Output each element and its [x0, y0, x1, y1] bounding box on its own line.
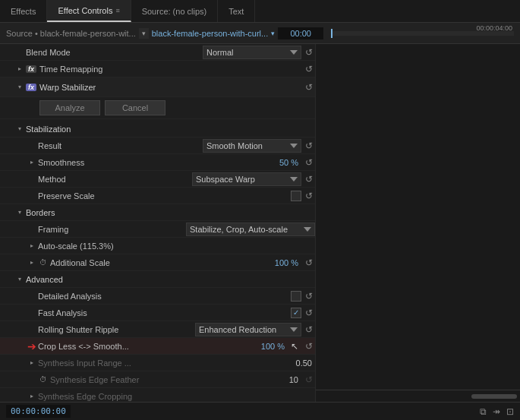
- source-dropdown-btn[interactable]: ▾: [139, 28, 149, 39]
- result-label: Result: [38, 141, 203, 150]
- source-label: Source • black-female-person-wit...: [6, 29, 136, 38]
- smoothness-reset-btn[interactable]: ↺: [303, 156, 315, 169]
- borders-label: Borders: [26, 208, 315, 217]
- result-reset-btn[interactable]: ↺: [303, 140, 315, 152]
- smoothness-value[interactable]: 50 %: [268, 158, 298, 167]
- bottom-bar: 00:00:00:00 ⧉ ↠ ⊡: [0, 402, 520, 420]
- properties-panel: Blend Mode Normal Multiply Screen ↺ fx T…: [0, 44, 315, 402]
- analyze-area: Analyze Cancel: [0, 97, 315, 119]
- stabilization-arrow[interactable]: [15, 125, 24, 134]
- blend-mode-reset-btn[interactable]: ↺: [303, 46, 315, 58]
- framing-row: Framing Stabilize, Crop, Auto-scale Stab…: [0, 221, 315, 238]
- method-select[interactable]: Subspace Warp Perspective Position, Scal…: [192, 172, 301, 186]
- timecode-start[interactable]: 00:00: [278, 27, 323, 39]
- additional-scale-value[interactable]: 100 %: [268, 258, 298, 267]
- synthesis-input-label: Synthesis Input Range ...: [38, 358, 282, 368]
- warp-stabilizer-reset-btn[interactable]: ↺: [303, 81, 315, 93]
- synthesis-input-row: Synthesis Input Range ... 0.50: [0, 355, 315, 371]
- tab-effect-controls[interactable]: Effect Controls ≡: [47, 0, 131, 22]
- advanced-arrow[interactable]: [15, 275, 24, 284]
- borders-arrow[interactable]: [15, 208, 24, 217]
- framing-select[interactable]: Stabilize, Crop, Auto-scale Stabilize On…: [186, 223, 315, 236]
- fast-analysis-reset-btn[interactable]: ↺: [303, 307, 315, 319]
- playhead[interactable]: [331, 29, 332, 38]
- smoothness-arrow[interactable]: [27, 158, 36, 167]
- rolling-shutter-select[interactable]: Enhanced Reduction Advanced Reduction No…: [195, 323, 301, 336]
- crop-smooth-label: Crop Less <-> Smooth...: [38, 342, 254, 351]
- blend-mode-label: Blend Mode: [26, 48, 203, 57]
- autoscale-label: Auto-scale (115.3%): [38, 242, 315, 251]
- additional-scale-reset-btn[interactable]: ↺: [303, 257, 315, 269]
- synthesis-cropping-row: Synthesis Edge Cropping: [0, 388, 315, 402]
- synthesis-cropping-label: Synthesis Edge Cropping: [38, 392, 315, 401]
- detailed-analysis-checkbox[interactable]: [291, 291, 301, 302]
- time-remapping-reset-btn[interactable]: ↺: [303, 63, 315, 75]
- preserve-scale-checkbox[interactable]: [291, 191, 301, 201]
- result-row: Result Smooth Motion No Motion ↺: [0, 137, 315, 154]
- rolling-shutter-row: Rolling Shutter Ripple Enhanced Reductio…: [0, 321, 315, 338]
- red-arrow-indicator: ➔: [27, 340, 36, 352]
- synthesis-feather-reset-btn[interactable]: ↺: [303, 374, 315, 386]
- synthesis-cropping-arrow[interactable]: [27, 392, 36, 401]
- time-remapping-row: fx Time Remapping ↺: [0, 61, 315, 77]
- method-row: Method Subspace Warp Perspective Positio…: [0, 171, 315, 188]
- settings-icon[interactable]: ↠: [493, 406, 500, 417]
- crop-smooth-value[interactable]: 100 %: [254, 342, 285, 351]
- timecode-area: 00:00 00:00:04:00: [278, 27, 514, 39]
- result-select[interactable]: Smooth Motion No Motion: [203, 139, 301, 153]
- tab-text[interactable]: Text: [218, 0, 255, 22]
- warp-stabilizer-row: fx Warp Stabilizer ↺: [0, 77, 315, 97]
- timeline-ruler[interactable]: 00:00:04:00: [331, 31, 514, 36]
- time-remapping-fx-badge: fx: [26, 65, 36, 73]
- source-clip-dropdown-btn[interactable]: ▾: [271, 30, 275, 37]
- fast-analysis-label: Fast Analysis: [38, 308, 291, 317]
- smoothness-row: Smoothness 50 % ↺: [0, 154, 315, 171]
- detailed-analysis-row: Detailed Analysis ↺: [0, 288, 315, 305]
- additional-scale-arrow[interactable]: [27, 258, 36, 267]
- fast-analysis-checkbox[interactable]: [291, 308, 301, 318]
- source-clip: black-female-person-with-curl...: [152, 29, 268, 38]
- autoscale-row: Auto-scale (115.3%): [0, 238, 315, 254]
- smoothness-label: Smoothness: [38, 158, 268, 167]
- warp-stabilizer-arrow[interactable]: [15, 83, 24, 92]
- additional-scale-stopwatch-icon[interactable]: ⏱: [38, 257, 49, 268]
- stabilization-label: Stabilization: [26, 125, 315, 134]
- synthesis-input-arrow[interactable]: [27, 358, 36, 368]
- crop-smooth-row: ➔ Crop Less <-> Smooth... 100 % ↖ ↺: [0, 338, 315, 355]
- method-reset-btn[interactable]: ↺: [303, 173, 315, 185]
- analyze-btn[interactable]: Analyze: [39, 100, 100, 115]
- source-bar: Source • black-female-person-wit... ▾ bl…: [0, 23, 520, 44]
- tab-bar: Effects Effect Controls ≡ Source: (no cl…: [0, 0, 520, 23]
- warp-stabilizer-label: Warp Stabilizer: [39, 83, 301, 92]
- cancel-btn[interactable]: Cancel: [105, 100, 165, 115]
- expand-icon[interactable]: ⊡: [506, 406, 514, 417]
- blend-mode-row: Blend Mode Normal Multiply Screen ↺: [0, 44, 315, 61]
- additional-scale-row: ⏱ Additional Scale 100 % ↺: [0, 254, 315, 271]
- tab-source[interactable]: Source: (no clips): [131, 0, 219, 22]
- blend-mode-select[interactable]: Normal Multiply Screen: [203, 46, 301, 59]
- autoscale-arrow[interactable]: [27, 242, 36, 251]
- tab-effects[interactable]: Effects: [0, 0, 47, 22]
- preserve-scale-reset-btn[interactable]: ↺: [303, 190, 315, 202]
- warp-stabilizer-fx-badge: fx: [26, 84, 36, 91]
- preserve-scale-label: Preserve Scale: [38, 191, 291, 201]
- preserve-scale-row: Preserve Scale ↺: [0, 188, 315, 204]
- synthesis-feather-value: 10: [268, 375, 298, 384]
- filter-icon[interactable]: ⧉: [480, 406, 487, 417]
- timecode-display[interactable]: 00:00:00:00: [6, 405, 71, 418]
- borders-section-row: Borders: [0, 204, 315, 221]
- stabilization-section-row: Stabilization: [0, 121, 315, 137]
- timecode-end: 00:00:04:00: [476, 24, 512, 32]
- rolling-shutter-label: Rolling Shutter Ripple: [38, 325, 195, 334]
- detailed-analysis-label: Detailed Analysis: [38, 292, 291, 301]
- additional-scale-label: Additional Scale: [50, 258, 268, 267]
- detailed-analysis-reset-btn[interactable]: ↺: [303, 290, 315, 302]
- timeline-empty: [316, 44, 520, 390]
- rolling-shutter-reset-btn[interactable]: ↺: [303, 324, 315, 336]
- fast-analysis-row: Fast Analysis ↺: [0, 305, 315, 321]
- time-remapping-arrow[interactable]: [15, 65, 24, 74]
- time-remapping-label: Time Remapping: [39, 65, 301, 74]
- advanced-label: Advanced: [26, 275, 315, 284]
- timeline-scrollbar[interactable]: [471, 394, 517, 399]
- crop-smooth-reset-btn[interactable]: ↺: [303, 340, 315, 352]
